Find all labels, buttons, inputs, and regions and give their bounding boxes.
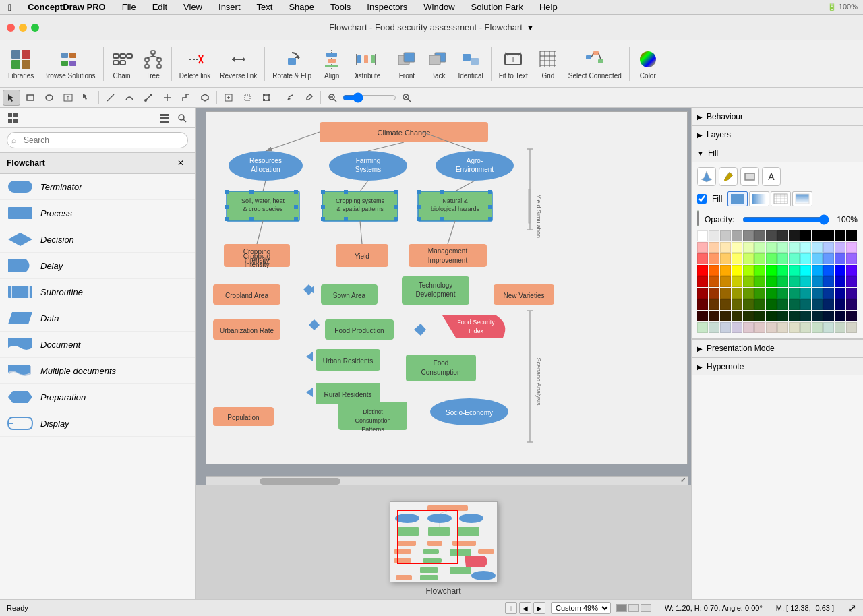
expand-icon-status[interactable]: ⤢ <box>847 602 856 615</box>
toolbar-grid[interactable]: Grid <box>533 46 563 82</box>
color-mu9[interactable] <box>789 322 800 333</box>
color-xd13[interactable] <box>835 311 845 321</box>
color-xd5[interactable] <box>743 311 754 321</box>
toolbar-browse[interactable]: Browse Solutions <box>39 46 99 82</box>
color-mu13[interactable] <box>835 322 845 333</box>
color-xd11[interactable] <box>812 311 823 321</box>
color-dk10[interactable] <box>800 288 811 299</box>
color-darkgray1[interactable] <box>766 230 777 241</box>
color-b11[interactable] <box>812 265 823 276</box>
color-m7[interactable] <box>766 253 777 264</box>
toolbar-distribute[interactable]: Distribute <box>348 46 384 82</box>
rect-tool[interactable] <box>22 90 39 106</box>
color-dk14[interactable] <box>846 288 857 299</box>
color-mu4[interactable] <box>732 322 742 333</box>
color-xd4[interactable] <box>732 311 742 321</box>
color-vd10[interactable] <box>800 299 811 310</box>
multi-select-tool[interactable] <box>78 90 96 106</box>
toolbar-libraries[interactable]: Libraries <box>4 46 38 82</box>
shape-item-terminator[interactable]: Terminator <box>0 174 195 200</box>
shape-item-display[interactable]: Display <box>0 410 195 437</box>
color-vd6[interactable] <box>754 299 765 310</box>
minimize-button[interactable] <box>19 24 27 32</box>
toolbar-rotate-flip[interactable]: Rotate & Flip <box>268 46 316 82</box>
color-dk8[interactable] <box>777 288 788 299</box>
color-p4[interactable] <box>732 242 742 253</box>
curve-tool[interactable] <box>121 90 138 106</box>
layers-header[interactable]: ▶ Layers <box>692 126 863 144</box>
menu-tools[interactable]: Tools <box>328 1 353 13</box>
color-mu1[interactable] <box>697 322 708 333</box>
color-m5[interactable] <box>743 253 754 264</box>
pencil-tool[interactable] <box>281 90 299 106</box>
color-mu3[interactable] <box>720 322 731 333</box>
color-md8[interactable] <box>777 276 788 287</box>
select-tool[interactable] <box>3 90 20 106</box>
page-ind-3[interactable] <box>641 604 651 612</box>
eyedropper-tool[interactable] <box>300 90 318 106</box>
color-md7[interactable] <box>766 276 777 287</box>
color-vd5[interactable] <box>743 299 754 310</box>
color-vd7[interactable] <box>766 299 777 310</box>
menu-view[interactable]: View <box>181 1 205 13</box>
color-xd6[interactable] <box>754 311 765 321</box>
color-m4[interactable] <box>732 253 742 264</box>
menu-inspectors[interactable]: Inspectors <box>364 1 410 13</box>
color-mu7[interactable] <box>766 322 777 333</box>
color-gray2[interactable] <box>743 230 754 241</box>
color-b13[interactable] <box>835 265 845 276</box>
color-xd3[interactable] <box>720 311 731 321</box>
shape-item-document[interactable]: Document <box>0 332 195 358</box>
color-dk2[interactable] <box>709 288 719 299</box>
color-dk5[interactable] <box>743 288 754 299</box>
selected-color-swatch[interactable] <box>697 210 699 226</box>
horizontal-scrollbar[interactable] <box>206 476 688 485</box>
color-mu5[interactable] <box>743 322 754 333</box>
page-ind-2[interactable] <box>628 604 639 612</box>
color-m3[interactable] <box>720 253 731 264</box>
color-dk6[interactable] <box>754 288 765 299</box>
color-vd9[interactable] <box>789 299 800 310</box>
color-dk9[interactable] <box>789 288 800 299</box>
menu-solution-park[interactable]: Solution Park <box>469 1 526 13</box>
fill-text-btn[interactable]: A <box>762 167 781 186</box>
color-b1[interactable] <box>697 265 708 276</box>
shape-item-subroutine[interactable]: Subroutine <box>0 279 195 305</box>
color-xd12[interactable] <box>823 311 834 321</box>
color-p3[interactable] <box>720 242 731 253</box>
toolbar-color[interactable]: Color <box>633 46 663 82</box>
toolbar-delete-link[interactable]: Delete link <box>175 46 215 82</box>
color-md14[interactable] <box>846 276 857 287</box>
app-name[interactable]: ConceptDraw PRO <box>25 1 109 13</box>
toolbar-chain[interactable]: Chain <box>107 46 137 82</box>
color-mu8[interactable] <box>777 322 788 333</box>
ellipse-tool[interactable] <box>40 90 58 106</box>
crop-tool[interactable] <box>239 90 256 106</box>
canvas[interactable]: Climate Change Resources Allocation Farm… <box>206 111 688 464</box>
fill-pattern-btn[interactable] <box>771 191 791 206</box>
color-b3[interactable] <box>720 265 731 276</box>
color-mu11[interactable] <box>812 322 823 333</box>
color-xd9[interactable] <box>789 311 800 321</box>
fill-rect-btn[interactable] <box>740 167 759 186</box>
color-m14[interactable] <box>846 253 857 264</box>
color-vd4[interactable] <box>732 299 742 310</box>
shape-item-multidoc[interactable]: Multiple documents <box>0 358 195 384</box>
shape-item-delay[interactable]: Delay <box>0 253 195 279</box>
color-b6[interactable] <box>754 265 765 276</box>
color-p5[interactable] <box>743 242 754 253</box>
dropdown-arrow[interactable]: ▼ <box>527 24 534 32</box>
color-md10[interactable] <box>800 276 811 287</box>
color-mu14[interactable] <box>846 322 857 333</box>
shape-item-preparation[interactable]: Preparation <box>0 384 195 410</box>
prev-page-btn[interactable]: ◀ <box>519 602 531 614</box>
color-dk7[interactable] <box>766 288 777 299</box>
color-b5[interactable] <box>743 265 754 276</box>
color-p12[interactable] <box>823 242 834 253</box>
color-p1[interactable] <box>697 242 708 253</box>
insert-tool[interactable] <box>220 90 237 106</box>
menu-help[interactable]: Help <box>537 1 560 13</box>
color-md13[interactable] <box>835 276 845 287</box>
fill-gradient-h-btn[interactable] <box>749 191 769 206</box>
scroll-thumb-h[interactable] <box>260 478 340 485</box>
